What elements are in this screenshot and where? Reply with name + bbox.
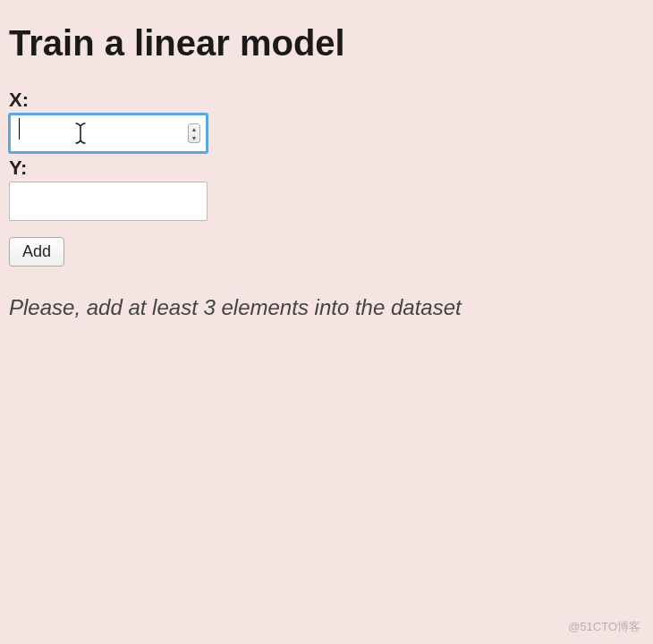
spinner-up-icon[interactable] xyxy=(191,126,198,132)
x-field-row: X: xyxy=(9,89,644,153)
watermark: @51CTO博客 xyxy=(568,619,640,635)
x-input[interactable] xyxy=(9,114,208,153)
spinner-down-icon[interactable] xyxy=(191,135,198,141)
add-button[interactable]: Add xyxy=(9,237,64,267)
x-label: X: xyxy=(9,89,644,112)
text-caret xyxy=(19,118,20,140)
text-cursor-icon xyxy=(73,122,88,145)
y-label: Y: xyxy=(9,157,644,180)
page-title: Train a linear model xyxy=(9,23,644,64)
y-input[interactable] xyxy=(9,182,208,221)
hint-text: Please, add at least 3 elements into the… xyxy=(9,295,644,320)
y-field-row: Y: xyxy=(9,157,644,221)
x-spinner[interactable] xyxy=(188,123,200,143)
